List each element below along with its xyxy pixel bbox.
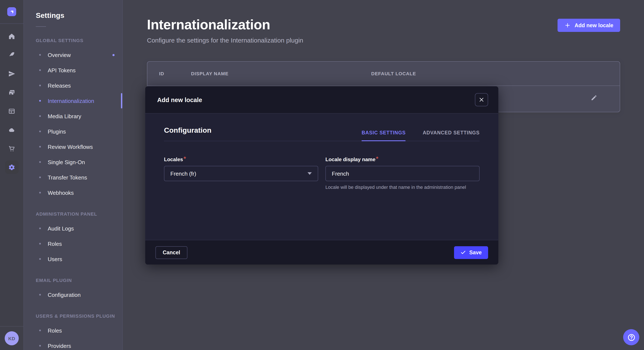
modal-fields: Locales* French (fr) Locale display name… [164,155,480,190]
locales-field: Locales* French (fr) [164,155,318,190]
close-icon [479,97,484,103]
settings-tabs: BASIC SETTINGS ADVANCED SETTINGS [362,130,480,141]
display-name-label: Locale display name [326,157,376,163]
modal-body: Configuration BASIC SETTINGS ADVANCED SE… [145,114,498,240]
locales-select[interactable]: French (fr) [164,166,318,181]
tab-basic-settings[interactable]: BASIC SETTINGS [362,130,406,141]
cancel-label: Cancel [163,249,180,255]
app-window: KD Settings GLOBAL SETTINGS Overview API… [0,0,644,350]
modal-close-button[interactable] [475,93,488,106]
required-marker: * [376,155,378,163]
modal-header: Add new locale [145,86,498,114]
modal-title: Add new locale [157,96,202,103]
display-name-input[interactable] [326,166,480,181]
add-locale-modal: Add new locale Configuration BASIC SETTI… [145,86,498,265]
save-label: Save [469,249,482,255]
display-name-hint: Locale will be displayed under that name… [326,184,480,190]
save-button[interactable]: Save [454,246,488,259]
display-name-field: Locale display name* Locale will be disp… [326,155,480,190]
configuration-header-row: Configuration BASIC SETTINGS ADVANCED SE… [164,126,480,141]
required-marker: * [183,155,186,163]
chevron-down-icon [308,172,312,175]
check-icon [460,250,466,255]
modal-footer: Cancel Save [145,240,498,265]
locales-select-value: French (fr) [170,170,196,177]
configuration-title: Configuration [164,126,212,141]
tab-advanced-settings[interactable]: ADVANCED SETTINGS [423,130,480,141]
locales-label: Locales [164,157,183,163]
cancel-button[interactable]: Cancel [156,246,188,259]
